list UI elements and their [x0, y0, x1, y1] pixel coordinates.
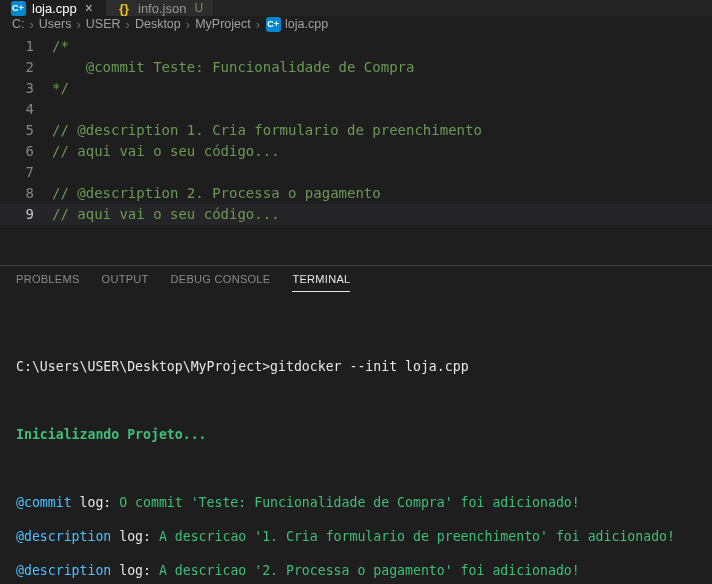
code-line[interactable]: 3*/ [0, 78, 712, 99]
terminal-text: log: [72, 495, 120, 510]
chevron-right-icon: › [30, 17, 34, 32]
line-number: 2 [0, 57, 52, 78]
terminal-tag: @description [16, 529, 111, 544]
terminal-text: O commit 'Teste: Funcionalidade de Compr… [119, 495, 580, 510]
code-editor[interactable]: 1/*2 @commit Teste: Funcionalidade de Co… [0, 32, 712, 225]
bottom-panel: PROBLEMS OUTPUT DEBUG CONSOLE TERMINAL C… [0, 265, 712, 584]
breadcrumb-file[interactable]: C+ loja.cpp [265, 16, 328, 32]
panel-tab-bar: PROBLEMS OUTPUT DEBUG CONSOLE TERMINAL [0, 266, 712, 292]
json-icon: {} [116, 0, 132, 16]
code-line[interactable]: 1/* [0, 36, 712, 57]
terminal-line: Inicializando Projeto... [16, 427, 207, 442]
breadcrumb-file-label: loja.cpp [285, 17, 328, 31]
terminal-tag: @description [16, 563, 111, 578]
code-text: /* [52, 36, 69, 57]
code-text: @commit Teste: Funcionalidade de Compra [52, 57, 414, 78]
breadcrumb: C: › Users › USER › Desktop › MyProject … [0, 16, 712, 32]
code-line[interactable]: 4 [0, 99, 712, 120]
code-line[interactable]: 8// @description 2. Processa o pagamento [0, 183, 712, 204]
breadcrumb-item[interactable]: USER [86, 17, 121, 31]
panel-tab-problems[interactable]: PROBLEMS [16, 273, 80, 292]
code-text: // @description 2. Processa o pagamento [52, 183, 381, 204]
code-line[interactable]: 7 [0, 162, 712, 183]
code-line[interactable]: 9// aqui vai o seu código... [0, 204, 712, 225]
breadcrumb-item[interactable]: Users [39, 17, 72, 31]
code-line[interactable]: 5// @description 1. Cria formulario de p… [0, 120, 712, 141]
tab-label: loja.cpp [32, 1, 77, 16]
terminal-prompt: C:\Users\USER\Desktop\MyProject> [16, 359, 270, 374]
terminal-output[interactable]: C:\Users\USER\Desktop\MyProject>gitdocke… [0, 292, 712, 584]
terminal-command: gitdocker --init loja.cpp [270, 359, 469, 374]
code-text: */ [52, 78, 69, 99]
line-number: 7 [0, 162, 52, 183]
line-number: 5 [0, 120, 52, 141]
code-line[interactable]: 2 @commit Teste: Funcionalidade de Compr… [0, 57, 712, 78]
breadcrumb-item[interactable]: Desktop [135, 17, 181, 31]
line-number: 8 [0, 183, 52, 204]
line-number: 4 [0, 99, 52, 120]
panel-tab-output[interactable]: OUTPUT [102, 273, 149, 292]
panel-tab-debug-console[interactable]: DEBUG CONSOLE [171, 273, 271, 292]
panel-tab-terminal[interactable]: TERMINAL [292, 273, 350, 292]
line-number: 9 [0, 204, 52, 225]
breadcrumb-item[interactable]: MyProject [195, 17, 251, 31]
code-text: // aqui vai o seu código... [52, 141, 280, 162]
code-line[interactable]: 6// aqui vai o seu código... [0, 141, 712, 162]
code-text: // @description 1. Cria formulario de pr… [52, 120, 482, 141]
terminal-tag: @commit [16, 495, 72, 510]
breadcrumb-item[interactable]: C: [12, 17, 25, 31]
cpp-icon: C+ [10, 0, 26, 16]
close-icon[interactable]: × [83, 0, 95, 16]
terminal-text: A descricao '2. Processa o pagamento' fo… [159, 563, 580, 578]
git-status-badge: U [194, 1, 203, 15]
code-text: // aqui vai o seu código... [52, 204, 280, 225]
chevron-right-icon: › [186, 17, 190, 32]
terminal-text: A descricao '1. Cria formulario de preen… [159, 529, 675, 544]
terminal-text: log: [111, 529, 159, 544]
tab-loja-cpp[interactable]: C+ loja.cpp × [0, 0, 106, 16]
tab-info-json[interactable]: {} info.json U [106, 0, 214, 16]
line-number: 1 [0, 36, 52, 57]
terminal-text: log: [111, 563, 159, 578]
line-number: 3 [0, 78, 52, 99]
chevron-right-icon: › [256, 17, 260, 32]
cpp-icon: C+ [265, 16, 281, 32]
tab-label: info.json [138, 1, 186, 16]
line-number: 6 [0, 141, 52, 162]
chevron-right-icon: › [126, 17, 130, 32]
chevron-right-icon: › [77, 17, 81, 32]
tab-bar: C+ loja.cpp × {} info.json U [0, 0, 712, 16]
